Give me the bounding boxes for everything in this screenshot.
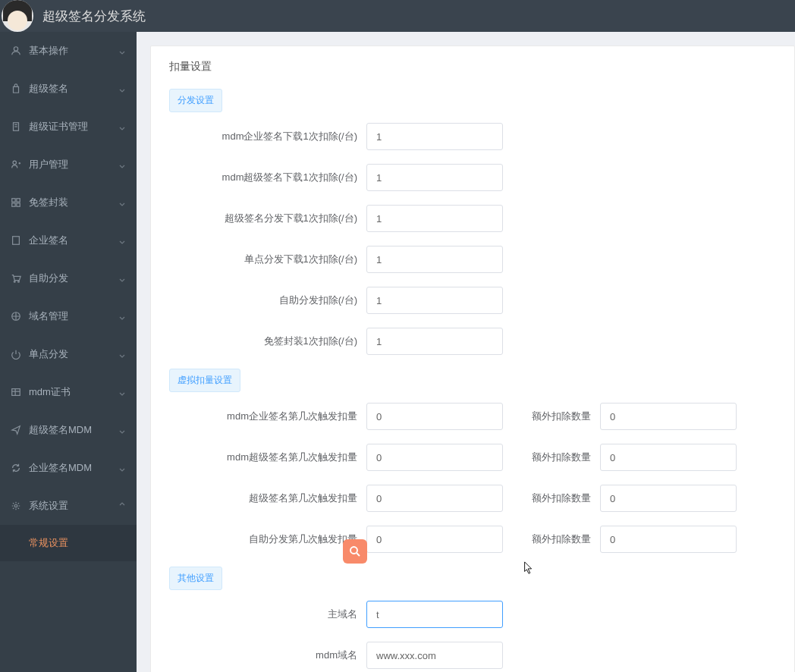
dist-4-input[interactable] [366,287,503,314]
page-title: 扣量设置 [169,60,776,74]
form-row: 超级签名第几次触发扣量额外扣除数量 [169,485,776,512]
dist-1-input[interactable] [366,164,503,191]
section-tag-other: 其他设置 [169,567,222,590]
sidebar-item-super-cert[interactable]: 超级证书管理 [0,108,137,146]
chevron-down-icon [118,312,126,320]
clipboard-icon [11,121,21,132]
svg-point-21 [14,504,17,507]
virt-3-input[interactable] [366,526,503,553]
sidebar-item-label: 超级签名 [29,82,118,96]
sidebar-item-mdm-cert[interactable]: mdm证书 [0,373,137,411]
form-label: 自助分发第几次触发扣量 [169,532,366,546]
person-icon [11,159,21,170]
form-label: 单点分发下载1次扣除(/台) [169,253,366,266]
form-label-extra: 额外扣除数量 [509,410,600,423]
form-label: mdm域名 [169,648,366,662]
chevron-down-icon [118,237,126,244]
svg-rect-9 [12,203,15,206]
cart-icon [11,273,21,284]
form-row: 自助分发第几次触发扣量额外扣除数量 [169,526,776,553]
chevron-down-icon [118,350,126,358]
form-row: mdm企业签名第几次触发扣量额外扣除数量 [169,403,776,430]
virt-0-input[interactable] [366,403,503,430]
dist-3-input[interactable] [366,246,503,273]
form-row: 免签封装1次扣除(/台) [169,328,776,355]
table-icon [11,387,21,397]
sidebar-item-label: mdm证书 [29,385,118,399]
grid-icon [11,197,21,208]
search-icon [348,545,362,558]
power-icon [11,349,21,360]
chevron-down-icon [118,85,126,93]
sidebar-item-ent-mdm[interactable]: 企业签名MDM [0,449,137,487]
refresh-icon [11,463,21,473]
section-tag-distribute: 分发设置 [169,89,222,112]
form-row: 主域名 [169,601,776,628]
gear-icon [11,501,21,511]
sidebar-item-label: 系统设置 [29,499,118,513]
sidebar-item-no-sign-pack[interactable]: 免签封装 [0,184,137,221]
svg-rect-10 [17,203,20,206]
chevron-down-icon [118,426,126,434]
sidebar-item-ent-sign[interactable]: 企业签名 [0,221,137,259]
virt-1-extra-input[interactable] [600,444,737,471]
sidebar-item-label: 自助分发 [29,272,118,285]
chevron-down-icon [118,47,126,55]
sidebar-item-label: 用户管理 [29,158,118,171]
sidebar-item-super-mdm[interactable]: 超级签名MDM [0,411,137,449]
sidebar-item-label: 企业签名 [29,234,118,247]
sidebar-item-label: 基本操作 [29,44,118,58]
other-0-input[interactable] [366,601,503,628]
svg-point-15 [14,281,15,283]
sidebar-item-label: 域名管理 [29,309,118,323]
form-row: mdm超级签名第几次触发扣量额外扣除数量 [169,444,776,471]
sidebar-subitem-general[interactable]: 常规设置 [0,525,137,561]
form-label: mdm超级签名第几次触发扣量 [169,451,366,464]
svg-rect-18 [12,389,20,396]
sidebar-item-label: 免签封装 [29,196,118,209]
form-label-extra: 额外扣除数量 [509,491,600,505]
dist-5-input[interactable] [366,328,503,355]
sidebar-item-basic[interactable]: 基本操作 [0,32,137,70]
app-title: 超级签名分发系统 [42,8,146,25]
sidebar-item-label: 超级签名MDM [29,423,118,437]
settings-card: 扣量设置 分发设置mdm企业签名下载1次扣除(/台)mdm超级签名下载1次扣除(… [150,46,795,672]
virt-1-input[interactable] [366,444,503,471]
sidebar-item-user-mgmt[interactable]: 用户管理 [0,146,137,184]
form-label: mdm企业签名下载1次扣除(/台) [169,130,366,143]
sidebar-item-label: 超级证书管理 [29,120,118,133]
search-button[interactable] [343,539,367,564]
form-row: 超级签名分发下载1次扣除(/台) [169,205,776,232]
chevron-down-icon [118,502,126,510]
form-label: 主域名 [169,608,366,621]
form-row: mdm企业签名下载1次扣除(/台) [169,123,776,150]
app-header: 超级签名分发系统 [0,0,795,32]
sidebar-item-label: 企业签名MDM [29,461,118,475]
sidebar-item-sys-settings[interactable]: 系统设置 [0,487,137,525]
dist-2-input[interactable] [366,205,503,232]
virt-3-extra-input[interactable] [600,526,737,553]
svg-rect-11 [13,237,20,245]
virt-2-extra-input[interactable] [600,485,737,512]
user-icon [11,46,21,56]
building-icon [11,235,21,246]
svg-rect-7 [12,199,15,202]
sidebar-item-domain[interactable]: 域名管理 [0,297,137,335]
other-1-input[interactable] [366,642,503,669]
form-label: 自助分发扣除(/台) [169,294,366,307]
send-icon [11,425,21,435]
svg-point-4 [13,161,16,164]
dist-0-input[interactable] [366,123,503,150]
sidebar-item-self-dist[interactable]: 自助分发 [0,259,137,297]
sidebar-item-super-sign[interactable]: 超级签名 [0,70,137,108]
svg-point-0 [14,47,17,51]
virt-2-input[interactable] [366,485,503,512]
chevron-down-icon [118,464,126,472]
avatar[interactable] [2,0,33,32]
form-label-extra: 额外扣除数量 [509,451,600,464]
sidebar-item-single-dist[interactable]: 单点分发 [0,335,137,373]
virt-0-extra-input[interactable] [600,403,737,430]
svg-rect-8 [17,199,20,202]
form-row: mdm域名 [169,642,776,669]
chevron-down-icon [118,275,126,282]
